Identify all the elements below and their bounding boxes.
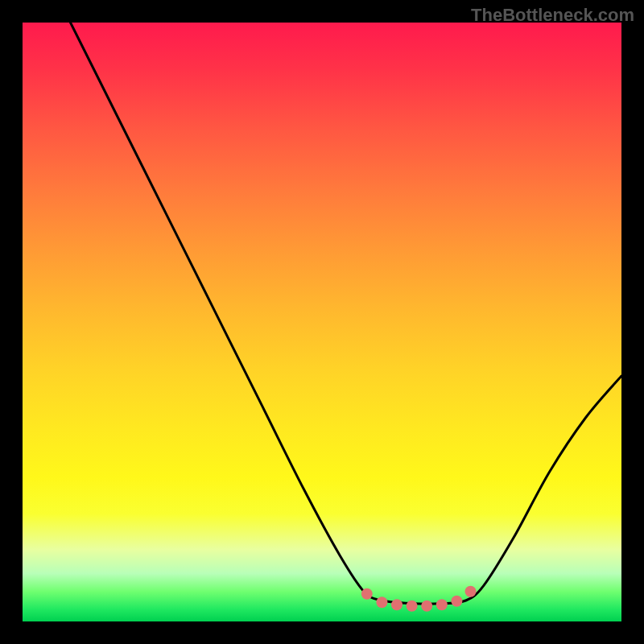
trough-marker-dot xyxy=(407,601,418,612)
bottleneck-curve-line xyxy=(71,23,622,604)
chart-svg xyxy=(23,23,621,621)
watermark-text: TheBottleneck.com xyxy=(471,5,634,26)
trough-marker-dot xyxy=(391,599,402,610)
trough-marker-dot xyxy=(421,601,432,612)
trough-marker-dot xyxy=(436,599,448,610)
chart-plot-area xyxy=(23,23,621,621)
trough-marker-group xyxy=(361,586,477,612)
trough-marker-dot xyxy=(361,588,373,600)
trough-marker-dot xyxy=(465,586,477,597)
trough-marker-dot xyxy=(376,597,387,608)
trough-marker-dot xyxy=(451,596,462,607)
